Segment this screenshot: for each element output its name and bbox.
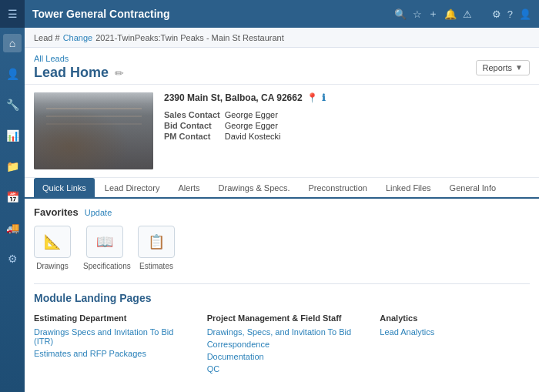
page-header: All Leads Lead Home ✏ Reports ▼ (25, 48, 539, 85)
page-header-left: All Leads Lead Home ✏ (34, 54, 124, 81)
sidebar-menu-button[interactable]: ☰ (0, 0, 25, 28)
module-link-2-0[interactable]: Lead Analytics (380, 327, 530, 337)
pm-contact-label: PM Contact (164, 131, 225, 142)
content-area: Favorites Update 📐 Drawings 📖 Specificat… (25, 199, 539, 392)
change-link[interactable]: Change (63, 33, 93, 42)
fav-label-estimates: Estimates (139, 261, 173, 271)
tabs-bar: Quick LinksLead DirectoryAlertsDrawings … (25, 178, 539, 199)
restaurant-image (34, 92, 153, 169)
fav-item-specifications[interactable]: 📖 Specifications (83, 226, 126, 271)
fav-icon-drawings: 📐 (34, 226, 71, 258)
header-right-icons: 🔍 ☆ ＋ 🔔 ⚠ ⚙ ? 👤 (394, 7, 531, 21)
module-col-title-1: Project Management & Field Staff (207, 313, 357, 323)
tab-linked-files[interactable]: Linked Files (377, 178, 440, 197)
sidebar-icon-settings[interactable]: ⚙ (3, 250, 22, 268)
lead-breadcrumb-id: 2021-TwinPeaks (95, 33, 158, 42)
favorites-title: Favorites (34, 206, 79, 218)
dropdown-arrow-icon: ▼ (515, 63, 523, 72)
sidebar-icon-calendar[interactable]: 📅 (3, 188, 22, 206)
reports-label: Reports (483, 63, 513, 72)
sidebar-icon-person[interactable]: 👤 (3, 65, 22, 83)
tab-lead-directory[interactable]: Lead Directory (96, 178, 169, 197)
bid-contact-row: Bid Contact George Egger (164, 120, 286, 131)
info-circle-icon[interactable]: ℹ (322, 92, 326, 103)
module-col-0: Estimating DepartmentDrawings Specs and … (34, 313, 184, 377)
tab-drawings-&-specs.[interactable]: Drawings & Specs. (210, 178, 299, 197)
address-line: 2390 Main St, Balboa, CA 92662 📍 ℹ (164, 92, 530, 103)
fav-label-specifications: Specifications (83, 261, 126, 271)
bell-icon[interactable]: 🔔 (444, 8, 457, 20)
info-details: 2390 Main St, Balboa, CA 92662 📍 ℹ Sales… (164, 92, 530, 169)
bid-contact-label: Bid Contact (164, 120, 225, 131)
module-col-title-2: Analytics (380, 313, 530, 323)
favorites-header: Favorites Update (34, 206, 530, 218)
module-col-2: AnalyticsLead Analytics (380, 313, 530, 377)
favorites-icons: 📐 Drawings 📖 Specifications 📋 Estimates (34, 226, 530, 271)
breadcrumb: Lead # Change 2021-TwinPeaks : Twin Peak… (25, 28, 539, 48)
sales-contact-row: Sales Contact George Egger (164, 109, 286, 120)
fav-item-estimates[interactable]: 📋 Estimates (138, 226, 175, 271)
module-col-title-0: Estimating Department (34, 313, 184, 323)
reports-button[interactable]: Reports ▼ (476, 60, 530, 75)
module-link-0-1[interactable]: Estimates and RFP Packages (34, 349, 184, 358)
bid-contact-value: George Egger (225, 120, 286, 131)
sales-contact-value: George Egger (225, 109, 286, 120)
app-title: Tower General Contracting (32, 8, 170, 20)
lead-breadcrumb-full: Twin Peaks - Main St Restaurant (161, 33, 284, 42)
star-icon[interactable]: ☆ (413, 8, 422, 20)
fav-icon-specifications: 📖 (86, 226, 123, 258)
sidebar-icon-folder[interactable]: 📁 (3, 157, 22, 176)
module-link-1-0[interactable]: Drawings, Specs, and Invitation To Bid (207, 327, 357, 337)
add-icon[interactable]: ＋ (428, 7, 438, 21)
tab-quick-links[interactable]: Quick Links (34, 178, 95, 197)
sidebar-icon-tools[interactable]: 🔧 (3, 95, 22, 114)
alert-icon[interactable]: ⚠ (463, 8, 472, 20)
contact-table: Sales Contact George Egger Bid Contact G… (164, 109, 286, 142)
main-content: Tower General Contracting 🔍 ☆ ＋ 🔔 ⚠ ⚙ ? … (25, 0, 539, 392)
info-section: 2390 Main St, Balboa, CA 92662 📍 ℹ Sales… (25, 85, 539, 178)
tab-general-info[interactable]: General Info (441, 178, 505, 197)
lead-label: Lead # (34, 33, 60, 42)
module-link-1-2[interactable]: Documentation (207, 352, 357, 361)
user-icon[interactable]: 👤 (519, 8, 531, 20)
sales-contact-label: Sales Contact (164, 109, 225, 120)
location-icon[interactable]: 📍 (306, 92, 318, 103)
tab-alerts[interactable]: Alerts (169, 178, 208, 197)
fav-label-drawings: Drawings (36, 261, 69, 271)
module-col-1: Project Management & Field StaffDrawings… (207, 313, 357, 377)
sidebar-icon-home[interactable]: ⌂ (3, 34, 22, 52)
fav-item-drawings[interactable]: 📐 Drawings (34, 226, 71, 271)
module-link-1-1[interactable]: Correspondence (207, 340, 357, 349)
fav-icon-estimates: 📋 (138, 226, 175, 258)
all-leads-link[interactable]: All Leads (34, 54, 124, 63)
tab-preconstruction[interactable]: Preconstruction (300, 178, 375, 197)
search-icon[interactable]: 🔍 (394, 8, 407, 20)
module-link-0-0[interactable]: Drawings Specs and Invitation To Bid (IT… (34, 327, 184, 346)
modules-grid: Estimating DepartmentDrawings Specs and … (34, 313, 530, 377)
pm-contact-row: PM Contact David Kostecki (164, 131, 286, 142)
header-bar: Tower General Contracting 🔍 ☆ ＋ 🔔 ⚠ ⚙ ? … (25, 0, 539, 28)
section-divider (34, 283, 530, 284)
sidebar-icon-truck[interactable]: 🚚 (3, 219, 22, 237)
sidebar-icon-chart[interactable]: 📊 (3, 126, 22, 145)
pm-contact-value: David Kostecki (225, 131, 286, 142)
module-landing-title: Module Landing Pages (34, 292, 530, 304)
sidebar: ☰ ⌂ 👤 🔧 📊 📁 📅 🚚 ⚙ (0, 0, 25, 392)
update-link[interactable]: Update (85, 208, 112, 217)
help-icon[interactable]: ? (507, 8, 513, 20)
page-title: Lead Home (34, 65, 109, 81)
edit-icon[interactable]: ✏ (115, 67, 124, 79)
address-text: 2390 Main St, Balboa, CA 92662 (164, 92, 303, 103)
gear-icon[interactable]: ⚙ (492, 8, 501, 20)
module-link-1-3[interactable]: QC (207, 364, 357, 374)
